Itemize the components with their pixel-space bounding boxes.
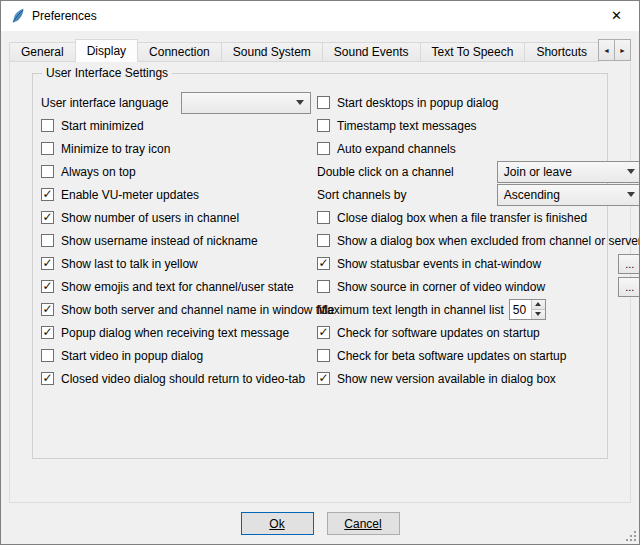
checkbox-box[interactable]	[317, 142, 330, 155]
double-click-label: Double click on a channel	[317, 165, 454, 179]
checkbox-label: Show both server and channel name in win…	[61, 303, 335, 317]
checkbox-box[interactable]	[41, 211, 54, 224]
tab-scrollers: ◄ ►	[599, 39, 631, 62]
language-select[interactable]	[181, 92, 311, 114]
checkbox-box[interactable]	[317, 211, 330, 224]
statusbar-events-more-button[interactable]: ...	[618, 254, 640, 274]
checkbox-start-minimized[interactable]: Start minimized	[41, 114, 311, 137]
tab-display[interactable]: Display	[75, 39, 138, 62]
checkbox-close-on-transfer[interactable]: Close dialog box when a file transfer is…	[317, 206, 640, 229]
statusbar-events-row: Show statusbar events in chat-window ...	[317, 252, 640, 275]
tab-shortcuts[interactable]: Shortcuts	[524, 42, 599, 62]
group-title: User Interface Settings	[42, 66, 172, 80]
checkbox-box[interactable]	[41, 188, 54, 201]
checkbox-show-user-count[interactable]: Show number of users in channel	[41, 206, 311, 229]
checkbox-check-updates[interactable]: Check for software updates on startup	[317, 321, 640, 344]
checkbox-label: Show number of users in channel	[61, 211, 239, 225]
checkbox-excluded-dialog[interactable]: Show a dialog box when excluded from cha…	[317, 229, 640, 252]
checkbox-video-return-tab[interactable]: Closed video dialog should return to vid…	[41, 367, 311, 390]
checkbox-server-channel-title[interactable]: Show both server and channel name in win…	[41, 298, 311, 321]
checkbox-box[interactable]	[41, 372, 54, 385]
checkbox-label: Show statusbar events in chat-window	[337, 257, 541, 271]
checkbox-box[interactable]	[41, 349, 54, 362]
checkbox-label: Show username instead of nickname	[61, 234, 258, 248]
close-icon: ✕	[611, 8, 622, 23]
spin-down-button[interactable]	[532, 310, 545, 319]
sort-channels-value: Ascending	[504, 188, 560, 202]
checkbox-minimize-to-tray[interactable]: Minimize to tray icon	[41, 137, 311, 160]
settings-columns: User interface language Start minimized …	[33, 74, 607, 390]
sort-channels-label: Sort channels by	[317, 188, 406, 202]
double-click-value: Join or leave	[504, 165, 572, 179]
right-column: Start desktops in popup dialog Timestamp…	[311, 91, 640, 390]
checkbox-box[interactable]	[41, 165, 54, 178]
checkbox-box[interactable]	[41, 257, 54, 270]
checkbox-new-version-dialog[interactable]: Show new version available in dialog box	[317, 367, 640, 390]
checkbox-box[interactable]	[317, 280, 330, 293]
arrow-up-icon	[535, 302, 541, 306]
close-button[interactable]: ✕	[594, 1, 639, 31]
tab-scroll-right-button[interactable]: ►	[614, 39, 631, 61]
checkbox-label: Close dialog box when a file transfer is…	[337, 211, 587, 225]
cancel-button[interactable]: Cancel	[327, 512, 400, 535]
dialog-footer: Ok Cancel	[1, 512, 639, 535]
preferences-window: Preferences ✕ General Display Connection…	[0, 0, 640, 545]
checkbox-label: Show emojis and text for channel/user st…	[61, 280, 294, 294]
video-source-row: Show source in corner of video window ..…	[317, 275, 640, 298]
checkbox-label: Minimize to tray icon	[61, 142, 170, 156]
checkbox-label: Start desktops in popup dialog	[337, 96, 498, 110]
checkbox-box[interactable]	[317, 372, 330, 385]
resize-grip[interactable]	[625, 530, 637, 542]
checkbox-box[interactable]	[41, 280, 54, 293]
checkbox-box[interactable]	[41, 303, 54, 316]
checkbox-label: Show source in corner of video window	[337, 280, 545, 294]
checkbox-box[interactable]	[41, 142, 54, 155]
checkbox-box[interactable]	[317, 234, 330, 247]
tab-connection[interactable]: Connection	[137, 42, 222, 62]
checkbox-box[interactable]	[317, 96, 330, 109]
checkbox-auto-expand[interactable]: Auto expand channels	[317, 137, 640, 160]
checkbox-box[interactable]	[317, 257, 330, 270]
spinner-buttons	[531, 300, 545, 319]
checkbox-box[interactable]	[317, 119, 330, 132]
tab-scroll-left-button[interactable]: ◄	[598, 39, 615, 61]
checkbox-box[interactable]	[41, 234, 54, 247]
tab-text-to-speech[interactable]: Text To Speech	[420, 42, 526, 62]
arrow-down-icon	[535, 312, 541, 316]
checkbox-desktops-popup[interactable]: Start desktops in popup dialog	[317, 91, 640, 114]
checkbox-video-popup[interactable]: Start video in popup dialog	[41, 344, 311, 367]
chevron-down-icon	[296, 100, 304, 105]
checkbox-show-username[interactable]: Show username instead of nickname	[41, 229, 311, 252]
checkbox-popup-text-message[interactable]: Popup dialog when receiving text message	[41, 321, 311, 344]
tab-general[interactable]: General	[9, 42, 76, 62]
tab-sound-events[interactable]: Sound Events	[322, 42, 421, 62]
spin-up-button[interactable]	[532, 300, 545, 310]
checkbox-label: Closed video dialog should return to vid…	[61, 372, 305, 386]
titlebar: Preferences ✕	[1, 1, 639, 31]
tab-sound-system[interactable]: Sound System	[221, 42, 323, 62]
double-click-select[interactable]: Join or leave	[497, 161, 640, 183]
checkbox-box[interactable]	[317, 349, 330, 362]
checkbox-check-beta-updates[interactable]: Check for beta software updates on start…	[317, 344, 640, 367]
checkbox-box[interactable]	[317, 326, 330, 339]
ok-button[interactable]: Ok	[241, 512, 314, 535]
checkbox-label: Check for beta software updates on start…	[337, 349, 566, 363]
max-text-length-label: Maximum text length in channel list	[317, 303, 504, 317]
max-text-length-spinner[interactable]: 50	[509, 299, 546, 320]
checkbox-label: Show new version available in dialog box	[337, 372, 556, 386]
tab-panel: User Interface Settings User interface l…	[9, 61, 631, 503]
checkbox-last-to-talk[interactable]: Show last to talk in yellow	[41, 252, 311, 275]
ok-button-label: Ok	[269, 517, 284, 531]
video-source-more-button[interactable]: ...	[618, 277, 640, 297]
checkbox-emojis-text[interactable]: Show emojis and text for channel/user st…	[41, 275, 311, 298]
checkbox-always-on-top[interactable]: Always on top	[41, 160, 311, 183]
window-title: Preferences	[32, 9, 97, 23]
sort-channels-select[interactable]: Ascending	[497, 184, 640, 206]
checkbox-label: Show a dialog box when excluded from cha…	[337, 234, 640, 248]
checkbox-vu-meter[interactable]: Enable VU-meter updates	[41, 183, 311, 206]
checkbox-timestamp-messages[interactable]: Timestamp text messages	[317, 114, 640, 137]
checkbox-box[interactable]	[41, 326, 54, 339]
language-row: User interface language	[41, 91, 311, 114]
chevron-down-icon	[627, 169, 635, 174]
checkbox-box[interactable]	[41, 119, 54, 132]
